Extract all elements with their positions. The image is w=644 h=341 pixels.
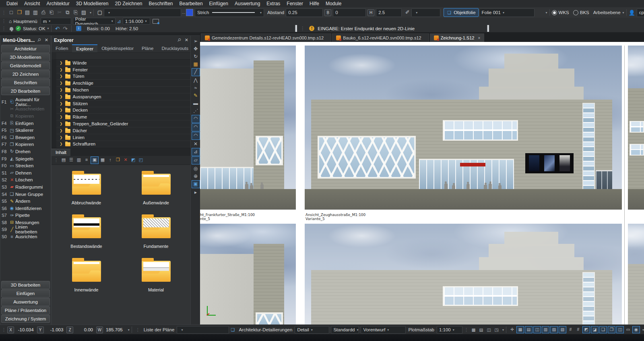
- content-folder[interactable]: Innenwände: [56, 258, 117, 292]
- statusbar-drag-handle[interactable]: ⋮: [2, 327, 6, 333]
- expand-chevron-icon[interactable]: ❯: [60, 115, 63, 119]
- notification-bell-icon[interactable]: [10, 27, 13, 30]
- plot-scale-combo[interactable]: 1:100▾: [437, 326, 462, 334]
- menu-item[interactable]: Auswertung: [231, 0, 263, 7]
- frame-ref-toggle[interactable]: ◫: [616, 326, 624, 333]
- sheet-ref-toggle[interactable]: ❏: [599, 326, 607, 333]
- distort-icon[interactable]: ✕: [192, 140, 200, 148]
- sidebar-category-button[interactable]: Zeichnung / System: [1, 315, 50, 323]
- new-file-icon[interactable]: □: [7, 8, 15, 17]
- explorer-tab[interactable]: Folien: [52, 44, 72, 52]
- expand-chevron-icon[interactable]: ❯: [60, 142, 63, 146]
- view-grid-icon[interactable]: ▦: [99, 156, 106, 163]
- expand-chevron-icon[interactable]: ❯: [60, 102, 63, 106]
- tab-inhalt[interactable]: Inhalt: [52, 149, 70, 156]
- freehand-tool-icon[interactable]: ≈: [192, 84, 200, 91]
- sidebar-tool-item[interactable]: F0 ▭ Strecken: [0, 162, 51, 169]
- tree-row[interactable]: ❯ Wände: [56, 60, 191, 67]
- sidebar-category-button[interactable]: Geländemodell: [1, 62, 50, 70]
- coords-caret[interactable]: ▾: [128, 328, 130, 332]
- more-arrow-icon[interactable]: ▸: [192, 189, 200, 196]
- message-splitter-right[interactable]: [487, 25, 489, 32]
- menu-item[interactable]: Ansicht: [21, 0, 43, 7]
- unit-combo[interactable]: m▾: [41, 18, 71, 25]
- pen-color-swatch[interactable]: [186, 9, 193, 16]
- pattern-display-toggle[interactable]: ▤: [478, 326, 485, 333]
- frame-tool-icon[interactable]: ▢: [96, 8, 104, 17]
- toolbar3-drag-handle[interactable]: ⋮: [2, 26, 6, 31]
- texture-toggle[interactable]: ▧: [559, 326, 566, 333]
- tree-row[interactable]: ❯ Stützen: [56, 100, 191, 107]
- ortho-toggle[interactable]: ◪: [591, 326, 599, 333]
- content-folder[interactable]: Außenwände: [126, 170, 186, 205]
- move-mode-toggle[interactable]: ✛: [509, 326, 516, 333]
- frame-display-toggle[interactable]: ◳: [493, 326, 500, 333]
- undo-icon[interactable]: ↶: [55, 25, 60, 32]
- b-field[interactable]: 0: [333, 8, 366, 17]
- view-columns-icon[interactable]: ▥: [75, 156, 83, 163]
- expand-chevron-icon[interactable]: ❯: [60, 81, 63, 85]
- sidebar-category-button[interactable]: 3D Bearbeiten: [1, 281, 50, 289]
- plan-list-combo[interactable]: ▾: [177, 326, 229, 334]
- blank-toggle[interactable]: ▭: [625, 326, 632, 333]
- group-toggle[interactable]: ◉: [632, 326, 640, 333]
- expand-chevron-icon[interactable]: ❯: [60, 108, 63, 112]
- paste-icon[interactable]: ⎗: [47, 8, 56, 17]
- tree-row[interactable]: ❯ Schraffuren: [56, 141, 191, 148]
- detail-combo[interactable]: Detail▾: [295, 326, 329, 334]
- brush-tool-icon[interactable]: ▬: [192, 100, 200, 107]
- file-group-overflow-caret[interactable]: ▾: [90, 11, 91, 15]
- content-folder[interactable]: Fundamente: [126, 214, 186, 249]
- expand-chevron-icon[interactable]: ❯: [60, 95, 63, 99]
- zoom-icon[interactable]: ◎: [192, 165, 200, 172]
- orbit-icon[interactable]: ↻: [192, 53, 200, 60]
- sidebar-category-button[interactable]: 2D Bearbeiten: [1, 87, 50, 95]
- expand-chevron-icon[interactable]: ❯: [60, 74, 63, 78]
- up-level-icon[interactable]: ↑: [107, 156, 114, 163]
- zoom-in-icon[interactable]: ⊕: [192, 173, 200, 180]
- line-tool-icon[interactable]: ╱: [192, 68, 200, 76]
- h-field[interactable]: 2.5: [376, 8, 402, 17]
- message-drag-handle[interactable]: ⋮: [300, 26, 304, 31]
- sidebar-category-button[interactable]: 3D-Modellieren: [1, 53, 50, 61]
- sidebar-category-button[interactable]: Pläne / Präsentation: [1, 306, 50, 314]
- menu-item[interactable]: Architektur: [43, 0, 72, 7]
- save-all-icon[interactable]: ▥: [31, 8, 39, 17]
- region-display-toggle[interactable]: ◫: [485, 326, 492, 333]
- content-folder[interactable]: Bestandswände: [56, 214, 117, 249]
- message-splitter[interactable]: [295, 25, 297, 32]
- sidebar-tool-item[interactable]: S4 ❑ Neue Gruppe: [0, 191, 51, 198]
- sidebar-tool-item[interactable]: S5 ✎ Ändern: [0, 198, 51, 205]
- pen-width-combo[interactable]: ▾: [411, 8, 440, 17]
- menu-item[interactable]: Hilfe: [306, 0, 322, 7]
- scale-combo[interactable]: 1:16.000▾: [123, 18, 150, 25]
- toolbar2-drag-handle[interactable]: ⋮: [2, 19, 6, 24]
- menu-item[interactable]: Extras: [263, 0, 283, 7]
- view-rows-icon[interactable]: ≡: [83, 156, 90, 163]
- cut-icon[interactable]: ✂: [56, 8, 64, 17]
- eraser-pen-icon[interactable]: ✐: [403, 8, 411, 17]
- document-tab[interactable]: Gemeindezentrum Details.s12-revHEAD.svn0…: [201, 33, 331, 42]
- toggles-right-caret[interactable]: ▾: [642, 328, 644, 332]
- drawing-canvas[interactable]: ht_Frankfurter_Straße_M1:100 nte_5 Ansic…: [200, 42, 644, 324]
- content-toolbar-handle[interactable]: ⋮: [54, 158, 58, 163]
- menu-item[interactable]: 3D Modellieren: [73, 0, 112, 7]
- tree-row[interactable]: ❯ Türen: [56, 73, 191, 80]
- sidebar-tool-item[interactable]: F4 ⎘ Einfügen: [0, 120, 51, 127]
- tree-row[interactable]: ❯ Treppen_Balkone_Geländer: [56, 121, 191, 127]
- close-icon[interactable]: ✕: [45, 37, 48, 43]
- tree-row[interactable]: ❯ Anschläge: [56, 80, 191, 87]
- linestyle-combo[interactable]: Strich ▾: [195, 8, 264, 17]
- delete-icon[interactable]: ✕: [122, 156, 129, 163]
- standard-combo[interactable]: Standardd▾: [331, 326, 359, 334]
- save-content-icon[interactable]: ◰: [137, 156, 144, 163]
- view-list-icon[interactable]: ☰: [68, 156, 75, 163]
- object-snap-toggle[interactable]: ◩: [582, 326, 590, 333]
- expand-chevron-icon[interactable]: ❯: [60, 135, 63, 139]
- menu-item[interactable]: Module: [322, 0, 345, 7]
- status-caret[interactable]: ▾: [47, 27, 49, 30]
- select-cursor-icon[interactable]: ➢: [192, 37, 200, 45]
- expand-chevron-icon[interactable]: ❯: [60, 88, 63, 92]
- grid-display-toggle[interactable]: ▦: [470, 326, 477, 333]
- plan-add-icon[interactable]: ❏: [229, 326, 236, 333]
